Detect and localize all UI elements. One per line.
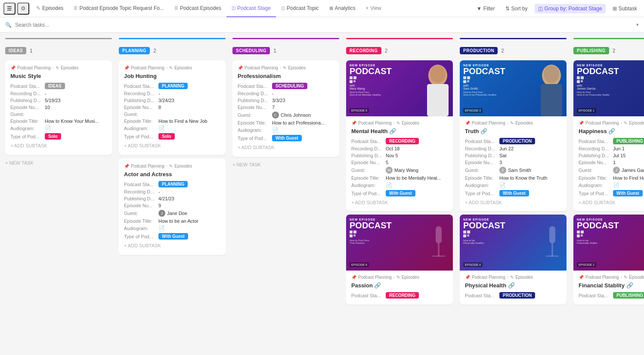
tab-episodes-label: Episodes <box>42 5 63 11</box>
episode-desc: How to Find YourHow to be Mentally Healt… <box>350 91 393 96</box>
logo-icon <box>350 76 356 83</box>
publishing-cards: NEW EPISODE PODCAST withJames Garcia How… <box>573 60 644 350</box>
stage-value-ideas: IDEAS <box>45 83 65 89</box>
analytics-tab-icon: ▦ <box>329 6 333 10</box>
nav-tabs: ✎ Episodes ☰ Podcast Episode Topic Reque… <box>31 0 471 17</box>
podcast-image-mental-health: NEW EPISODE PODCAST withMary Wang How to… <box>346 60 453 116</box>
tab-analytics-label: Analytics <box>335 5 356 11</box>
with-name: withMary Wang <box>350 84 449 90</box>
menu-button[interactable]: ☰ <box>3 3 15 15</box>
group-by-button[interactable]: ◫ Group by: Podcast Stage <box>535 4 606 13</box>
podcast-topic-tab-icon: ◫ <box>281 6 285 10</box>
image-card-body-mental-health: 📌 Podcast Planning › ✎ Episodes Mental H… <box>346 116 453 211</box>
add-subtask-job-hunting[interactable]: + ADD SUBTASK <box>124 141 220 150</box>
sort-icon: ⇅ <box>505 6 510 12</box>
card-actor-actress: 📌 Podcast Planning › ✎ Episodes Actor an… <box>119 159 226 255</box>
card-truth: NEW EPISODE PODCAST withSam Smith How to… <box>460 60 567 211</box>
sort-label: Sort by <box>511 6 528 12</box>
tab-topic-request-label: Podcast Episode Topic Request Fo... <box>79 5 164 11</box>
podcast-stage-tab-icon: ◫ <box>232 6 235 10</box>
add-subtask-actor[interactable]: + ADD SUBTASK <box>124 241 220 250</box>
search-icon: 🔍 <box>5 22 12 28</box>
field-recording-date: Recording D... - <box>10 91 107 96</box>
recording-cards: NEW EPISODE PODCAST withMary Wang How to… <box>346 60 453 350</box>
add-subtask-happiness[interactable]: + ADD SUBTASK <box>579 198 644 207</box>
column-header-scheduling: SCHEDULING 1 <box>232 44 339 57</box>
stage-badge-ideas: IDEAS <box>5 47 26 54</box>
subtask-button[interactable]: ⊞ Subtask <box>609 4 641 13</box>
new-task-scheduling[interactable]: + NEW TASK <box>232 160 339 169</box>
tab-episodes[interactable]: ✎ Episodes <box>31 0 68 17</box>
episodes-tab-icon: ✎ <box>36 5 40 11</box>
breadcrumb-episodes-icon: ✎ <box>56 65 59 70</box>
stage-count-planning: 2 <box>153 48 156 54</box>
stage-count-publishing: 2 <box>613 48 616 54</box>
tab-podcast-episodes-label: Podcast Episodes <box>180 5 221 11</box>
add-subtask-truth[interactable]: + ADD SUBTASK <box>465 198 561 207</box>
stage-count-ideas: 1 <box>30 48 33 54</box>
episode-badge-5: EPISODE 5 <box>350 108 369 113</box>
group-by-label: Group by: Podcast Stage <box>545 6 602 12</box>
podcast-main-title: PODCAST <box>350 67 449 75</box>
field-audiogram: Audiogram: 📄 <box>10 125 107 131</box>
podcast-episodes-tab-icon: ☰ <box>174 6 178 10</box>
new-task-ideas[interactable]: + NEW TASK <box>5 159 112 167</box>
add-subtask-btn[interactable]: + ADD SUBTASK <box>10 141 107 150</box>
field-publishing-date: Publishing D... 5/19/23 <box>10 98 107 103</box>
search-dropdown[interactable]: ▾ <box>636 22 639 28</box>
group-by-icon: ◫ <box>538 6 543 12</box>
stage-badge-scheduling: SCHEDULING <box>232 47 270 54</box>
column-ideas: IDEAS 1 📌 Podcast Planning › ✎ Episodes … <box>5 38 112 350</box>
column-publishing: PUBLISHING 2 NE <box>573 38 644 350</box>
breadcrumb-job-hunting: 📌 Podcast Planning › ✎ Episodes <box>124 65 220 70</box>
column-bar-planning <box>119 38 226 39</box>
guest-avatar-jane: J <box>158 210 165 217</box>
column-bar-ideas <box>5 38 112 39</box>
pod-type-badge: Solo <box>45 133 61 140</box>
scheduling-cards: 📌 Podcast Planning › ✎ Episodes Professi… <box>232 60 339 350</box>
tab-add-view[interactable]: + View <box>361 0 387 17</box>
tab-podcast-stage[interactable]: ◫ Podcast Stage <box>226 0 276 17</box>
filter-button[interactable]: ▼ Filter <box>473 4 498 13</box>
subtask-icon: ⊞ <box>613 6 617 12</box>
tab-topic-request[interactable]: ☰ Podcast Episode Topic Request Fo... <box>68 0 169 17</box>
add-subtask-prof[interactable]: + ADD SUBTASK <box>238 143 334 152</box>
column-header-recording: RECORDING 2 <box>346 44 453 57</box>
sort-button[interactable]: ⇅ Sort by <box>502 4 531 13</box>
toolbar-right: ▼ Filter ⇅ Sort by ◫ Group by: Podcast S… <box>473 4 641 13</box>
ideas-cards: 📌 Podcast Planning › ✎ Episodes Music St… <box>5 60 112 350</box>
column-bar-production <box>460 38 567 39</box>
top-nav-bar: ☰ ⚙ ✎ Episodes ☰ Podcast Episode Topic R… <box>0 0 644 17</box>
card-happiness: NEW EPISODE PODCAST withJames Garcia How… <box>573 60 644 211</box>
podcast-image-truth: NEW EPISODE PODCAST withSam Smith How to… <box>460 60 567 116</box>
card-mental-health: NEW EPISODE PODCAST withMary Wang How to… <box>346 60 453 211</box>
stage-count-production: 2 <box>501 48 504 54</box>
stage-badge-planning: PLANNING <box>119 47 150 54</box>
card-title-mental-health: Mental Health 🔗 <box>351 128 448 134</box>
audiogram-file-icon: 📄 <box>45 125 51 131</box>
stage-count-recording: 2 <box>385 48 388 54</box>
field-episode-num: Episode Nu... 10 <box>10 105 107 110</box>
podcast-image-financial: NEW EPISODE PODCAST How to beFinancially… <box>573 215 644 271</box>
production-cards: NEW EPISODE PODCAST withSam Smith How to… <box>460 60 567 350</box>
card-title-job-hunting: Job Hunting <box>124 73 220 79</box>
breadcrumb-podcast-icon: 📌 <box>10 65 15 70</box>
column-production: PRODUCTION 2 NEW EPISODE <box>460 38 567 350</box>
filter-label: Filter <box>483 6 495 12</box>
card-passion: NEW EPISODE PODCAST How to Find YourTrue… <box>346 215 453 305</box>
tab-podcast-stage-label: Podcast Stage <box>237 5 271 11</box>
tab-analytics[interactable]: ▦ Analytics <box>324 0 361 17</box>
column-bar-publishing <box>573 38 644 39</box>
podcast-image-passion: NEW EPISODE PODCAST How to Find YourTrue… <box>346 215 453 271</box>
settings-button[interactable]: ⚙ <box>17 3 29 15</box>
search-input[interactable] <box>15 22 633 28</box>
add-subtask-mental-health[interactable]: + ADD SUBTASK <box>351 198 448 207</box>
card-title-truth: Truth 🔗 <box>465 128 561 134</box>
card-physical-health: NEW EPISODE PODCAST How to bePhysically … <box>460 215 567 305</box>
card-title-financial-stability: Financial Stablity 🔗 <box>579 282 644 289</box>
tab-podcast-topic[interactable]: ◫ Podcast Topic <box>276 0 324 17</box>
card-music-style: 📌 Podcast Planning › ✎ Episodes Music St… <box>5 60 112 155</box>
tab-podcast-episodes[interactable]: ☰ Podcast Episodes <box>169 0 226 17</box>
add-view-label: + View <box>366 5 381 11</box>
podcast-image-happiness: NEW EPISODE PODCAST withJames Garcia How… <box>573 60 644 116</box>
